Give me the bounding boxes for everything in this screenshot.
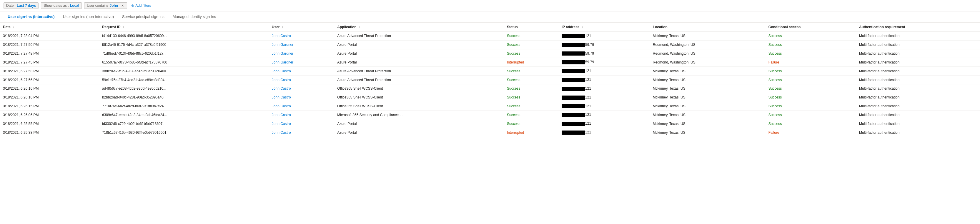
table-row[interactable]: 3/18/2021, 6:27:58 PM 38dcd4e2-ff8c-4937… <box>0 67 980 76</box>
cell-user[interactable]: John Castro <box>269 128 334 137</box>
cell-user[interactable]: John Gardner <box>269 49 334 58</box>
tab-interactive[interactable]: User sign-ins (interactive) <box>3 11 59 22</box>
user-contains-chip[interactable]: User contains John ✕ <box>84 2 127 9</box>
cell-user[interactable]: John Gardner <box>269 58 334 67</box>
cell-conditional-access: Success <box>765 102 856 111</box>
col-application[interactable]: Application ↕ <box>334 23 504 32</box>
ip-redacted <box>562 104 585 108</box>
cell-auth-requirement: Multi-factor authentication <box>856 111 980 119</box>
col-ip-label: IP address <box>562 25 579 29</box>
cell-location: Mckinney, Texas, US <box>650 76 765 84</box>
cell-ip: 121 <box>559 111 650 119</box>
col-request-id-sort-icon: ↕ <box>123 25 124 29</box>
table-row[interactable]: 3/18/2021, 7:27:45 PM 615507a7-0c78-4b85… <box>0 58 980 67</box>
cell-status: Success <box>504 93 559 102</box>
col-date[interactable]: Date ↓ <box>0 23 99 32</box>
user-contains-label: User contains <box>87 3 108 8</box>
col-status-label: Status <box>507 25 518 29</box>
cell-ip: 121 <box>559 93 650 102</box>
cell-request-id: 771af76e-6a2f-482d-b6d7-31db3a7e24... <box>99 102 269 111</box>
user-filter-close-icon[interactable]: ✕ <box>120 3 124 8</box>
cell-location: Mckinney, Texas, US <box>650 119 765 128</box>
cell-user[interactable]: John Gardner <box>269 40 334 49</box>
cell-auth-requirement: Multi-factor authentication <box>856 40 980 49</box>
cell-user[interactable]: John Castro <box>269 76 334 84</box>
cell-application: Azure Advanced Threat Protection <box>334 32 504 41</box>
cell-conditional-access: Failure <box>765 58 856 67</box>
date-filter-chip[interactable]: Date : Last 7 days <box>3 2 38 9</box>
date-filter-value: Last 7 days <box>17 3 36 8</box>
cell-status: Success <box>504 67 559 76</box>
col-location: Location <box>650 23 765 32</box>
cell-status: Success <box>504 76 559 84</box>
cell-user[interactable]: John Castro <box>269 32 334 41</box>
cell-application: Azure Portal <box>334 49 504 58</box>
tab-non-interactive[interactable]: User sign-ins (non-interactive) <box>59 11 118 22</box>
col-request-id-label: Request ID <box>102 25 121 29</box>
table-row[interactable]: 3/18/2021, 7:27:50 PM f8f12a46-9175-4d4c… <box>0 40 980 49</box>
cell-auth-requirement: Multi-factor authentication <box>856 119 980 128</box>
cell-status: Success <box>504 84 559 93</box>
user-contains-value: John <box>110 3 118 8</box>
table-row[interactable]: 3/18/2021, 6:27:56 PM 59c1c75c-27b4-4ed2… <box>0 76 980 84</box>
cell-status: Interrupted <box>504 128 559 137</box>
cell-location: Mckinney, Texas, US <box>650 32 765 41</box>
ip-redacted <box>562 95 585 100</box>
cell-date: 3/18/2021, 7:27:50 PM <box>0 40 99 49</box>
cell-location: Mckinney, Texas, US <box>650 128 765 137</box>
col-date-label: Date <box>3 25 11 29</box>
ip-redacted <box>562 113 585 117</box>
col-ip[interactable]: IP address ↕ <box>559 23 650 32</box>
ip-redacted <box>562 87 585 91</box>
cell-application: Azure Advanced Threat Protection <box>334 67 504 76</box>
cell-user[interactable]: John Castro <box>269 111 334 119</box>
cell-ip: 59.79 <box>559 49 650 58</box>
cell-conditional-access: Success <box>765 32 856 41</box>
add-filters-label: Add filters <box>135 3 151 8</box>
cell-application: Azure Portal <box>334 119 504 128</box>
table-row[interactable]: 3/18/2021, 7:27:48 PM 71d8bed7-013f-40bb… <box>0 49 980 58</box>
cell-conditional-access: Success <box>765 119 856 128</box>
col-status: Status <box>504 23 559 32</box>
cell-auth-requirement: Multi-factor authentication <box>856 32 980 41</box>
table-row[interactable]: 3/18/2021, 6:26:06 PM d309c647-eebc-42e3… <box>0 111 980 119</box>
cell-ip: 121 <box>559 76 650 84</box>
cell-status: Success <box>504 40 559 49</box>
cell-ip: 121 <box>559 32 650 41</box>
col-request-id[interactable]: Request ID ↕ <box>99 23 269 32</box>
cell-user[interactable]: John Castro <box>269 84 334 93</box>
cell-user[interactable]: John Castro <box>269 102 334 111</box>
table-row[interactable]: 3/18/2021, 7:28:04 PM f414d130-6446-4993… <box>0 32 980 41</box>
cell-auth-requirement: Multi-factor authentication <box>856 49 980 58</box>
cell-ip: 121 <box>559 128 650 137</box>
table-row[interactable]: 3/18/2021, 6:25:55 PM fd3302d6-c729-4b02… <box>0 119 980 128</box>
col-user[interactable]: User ↕ <box>269 23 334 32</box>
col-application-label: Application <box>337 25 356 29</box>
table-row[interactable]: 3/18/2021, 6:26:15 PM 771af76e-6a2f-482d… <box>0 102 980 111</box>
add-filters-button[interactable]: ⊕ Add filters <box>129 3 153 8</box>
col-conditional-access: Conditional access <box>765 23 856 32</box>
cell-request-id: b2bb2bad-040c-428a-90ad-352895a40... <box>99 93 269 102</box>
cell-user[interactable]: John Castro <box>269 67 334 76</box>
cell-user[interactable]: John Castro <box>269 119 334 128</box>
cell-request-id: f8f12a46-9175-4d4c-a327-a378c0f91900 <box>99 40 269 49</box>
tab-service-principal[interactable]: Service principal sign-ins <box>118 11 169 22</box>
cell-location: Mckinney, Texas, US <box>650 102 765 111</box>
show-dates-chip[interactable]: Show dates as : Local <box>41 2 82 9</box>
cell-request-id: 71d8bed7-013f-40bb-88c5-620db1f127... <box>99 49 269 58</box>
cell-conditional-access: Success <box>765 76 856 84</box>
tab-managed-identity[interactable]: Managed identity sign-ins <box>169 11 220 22</box>
table-row[interactable]: 3/18/2021, 6:25:38 PM 718b1c67-f16b-4630… <box>0 128 980 137</box>
table-row[interactable]: 3/18/2021, 6:26:16 PM b2bb2bad-040c-428a… <box>0 93 980 102</box>
ip-redacted <box>562 43 585 47</box>
cell-application: Office365 Shell WCSS-Client <box>334 84 504 93</box>
cell-request-id: 718b1c67-f16b-4630-93ff-e0b979016601 <box>99 128 269 137</box>
cell-conditional-access: Success <box>765 49 856 58</box>
ip-redacted <box>562 78 585 82</box>
col-application-sort-icon: ↕ <box>359 25 360 29</box>
cell-user[interactable]: John Castro <box>269 93 334 102</box>
cell-date: 3/18/2021, 6:26:16 PM <box>0 93 99 102</box>
cell-location: Mckinney, Texas, US <box>650 93 765 102</box>
ip-redacted <box>562 130 585 135</box>
table-row[interactable]: 3/18/2021, 6:26:16 PM ad4856c7-e203-4cb2… <box>0 84 980 93</box>
